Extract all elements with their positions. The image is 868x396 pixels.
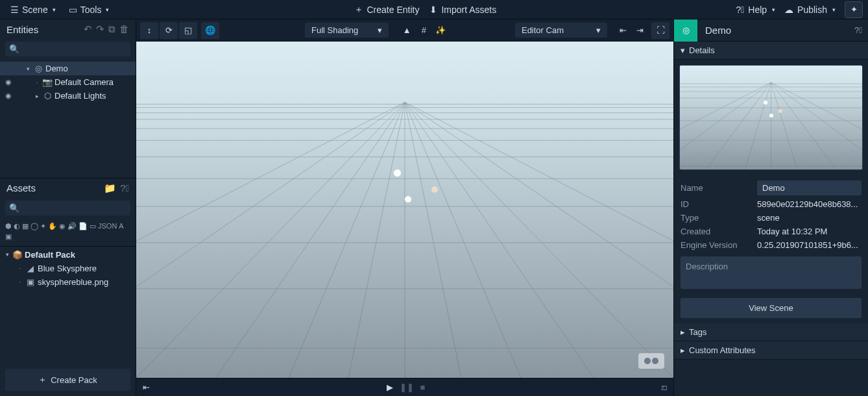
entity-row-demo[interactable]: ▾ ◎ Demo	[0, 62, 136, 75]
entity-row-camera[interactable]: ◉ · 📷 Default Camera	[0, 75, 136, 89]
stop-button[interactable]: ■	[420, 382, 426, 392]
play-button[interactable]: ▶	[387, 382, 393, 392]
publish-menu[interactable]: ☁ Publish	[784, 5, 836, 15]
scale-tool[interactable]: ◱	[179, 22, 197, 39]
inspector-tab-main[interactable]: ◎	[674, 19, 697, 42]
create-entity-button[interactable]: ＋ Create Entity	[354, 4, 420, 16]
asset-row-skysphere[interactable]: · ◢ Blue Skysphere	[0, 262, 136, 275]
inspector-title: Demo	[697, 25, 849, 36]
scene-menu[interactable]: ☰ Scene	[5, 2, 61, 18]
leaf-dot-icon: ·	[17, 278, 23, 285]
filter-json-icon[interactable]: JSON	[98, 222, 117, 230]
entity-row-lights[interactable]: ◉ ▸ ⬡ Default Lights	[0, 89, 136, 103]
chevron-right-icon: ▸	[681, 327, 685, 337]
asset-label: Blue Skysphere	[38, 264, 97, 273]
playback-bar: ⇤ ▶ ❚❚ ■ ⏍	[136, 378, 673, 396]
assets-panel-head: Assets 📁 ?⃝	[0, 178, 136, 198]
filter-animation-icon[interactable]: ✦	[40, 222, 46, 230]
material-icon: ◢	[26, 264, 35, 273]
undo-icon[interactable]: ↶	[84, 23, 92, 35]
filter-font-icon[interactable]: A	[119, 222, 123, 230]
copy-icon[interactable]: ⧉	[108, 23, 115, 35]
pause-button[interactable]: ❚❚	[400, 382, 414, 392]
asset-pack-label: Default Pack	[25, 250, 75, 260]
filter-behavior-icon[interactable]: ▭	[90, 222, 96, 230]
globe-tool[interactable]: 🌐	[201, 22, 219, 39]
section-custom-attrs-head[interactable]: ▸ Custom Attributes	[674, 341, 868, 360]
redo-icon[interactable]: ↷	[96, 23, 104, 35]
filter-material-icon[interactable]: ◐	[14, 222, 20, 230]
vr-icon[interactable]	[638, 353, 664, 369]
trash-icon[interactable]: 🗑	[119, 23, 129, 35]
frame-all-button[interactable]: ⇥	[632, 23, 647, 38]
assets-title: Assets	[6, 182, 36, 193]
prop-id-value: 589e0e02129b40e8b638...	[757, 199, 862, 209]
section-details-head[interactable]: ▾ Details	[674, 42, 868, 60]
description-textarea[interactable]: Description	[681, 256, 862, 289]
import-assets-button[interactable]: ⬇ Import Assets	[429, 4, 496, 16]
step-back-button[interactable]: ⇤	[143, 382, 150, 392]
prop-created: Created Today at 10:32 PM	[681, 227, 862, 236]
section-tags-label: Tags	[689, 327, 706, 337]
wand-tool[interactable]: ✨	[433, 23, 448, 38]
window-icon: ▭	[69, 5, 77, 15]
camera-dropdown[interactable]: Editor Cam ▾	[515, 23, 607, 38]
view-scene-button[interactable]: View Scene	[681, 298, 862, 318]
extra-tool-button[interactable]: ✦	[845, 1, 863, 18]
grid-plane	[136, 42, 673, 378]
filter-skeleton-icon[interactable]: ✋	[48, 222, 57, 230]
folder-icon[interactable]: 📁	[104, 182, 116, 194]
download-icon: ⬇	[429, 5, 437, 15]
filter-sound-icon[interactable]: 🔊	[67, 222, 77, 230]
filter-shape-icon[interactable]: ◯	[30, 222, 38, 230]
prop-type-label: Type	[681, 213, 752, 223]
help-icon[interactable]: ?⃝	[849, 25, 868, 35]
assets-search[interactable]: 🔍	[5, 201, 130, 216]
leaf-dot-icon: ·	[17, 265, 23, 271]
help-label: Help	[748, 5, 767, 15]
entities-search-input[interactable]	[22, 44, 131, 54]
prop-created-label: Created	[681, 227, 752, 236]
expand-icon[interactable]: ▾	[25, 66, 31, 72]
grid-toggle[interactable]: #	[416, 23, 431, 38]
scene-menu-label: Scene	[22, 5, 48, 15]
viewport-canvas[interactable]	[136, 42, 673, 378]
filter-mesh-icon[interactable]: ⬢	[5, 222, 12, 230]
section-tags-head[interactable]: ▸ Tags	[674, 323, 868, 341]
translate-tool[interactable]: ↕	[140, 22, 158, 39]
name-input[interactable]: Demo	[757, 180, 862, 195]
help-icon[interactable]: ?⃝	[120, 182, 129, 194]
fullscreen-button[interactable]: ⛶	[651, 22, 669, 39]
prop-engine-value: 0.25.201907101851+9b6...	[757, 240, 862, 250]
rotate-tool[interactable]: ⟳	[160, 22, 178, 39]
preview-grid	[680, 66, 862, 169]
left-panel: Entities ↶ ↷ ⧉ 🗑 🔍 ▾ ◎ Demo	[0, 19, 136, 396]
expand-icon[interactable]: ▾	[4, 251, 10, 258]
expand-icon[interactable]: ▸	[34, 93, 40, 99]
asset-pack-row[interactable]: ▾ 📦 Default Pack	[0, 248, 136, 262]
shading-dropdown[interactable]: Full Shading ▾	[305, 23, 389, 38]
create-pack-button[interactable]: ＋ Create Pack	[5, 369, 130, 391]
filter-texture-icon[interactable]: ▦	[22, 222, 29, 230]
visibility-toggle[interactable]: ◉	[4, 92, 13, 100]
create-pack-label: Create Pack	[51, 375, 97, 385]
help-menu[interactable]: ?⃝ Help	[736, 5, 775, 15]
prop-type-value: scene	[757, 213, 862, 223]
preview-gizmo	[778, 109, 782, 113]
skybox-toggle[interactable]: ▲	[399, 23, 415, 38]
frame-selected-button[interactable]: ⇤	[615, 23, 631, 38]
assets-search-input[interactable]	[22, 203, 131, 213]
entities-tree: ▾ ◎ Demo ◉ · 📷 Default Camera ◉ ▸ ⬡ Defa…	[0, 60, 136, 178]
leaf-dot-icon: ·	[34, 79, 40, 86]
tools-menu[interactable]: ▭ Tools	[64, 2, 115, 18]
search-icon: 🔍	[9, 44, 19, 54]
top-menu-bar: ☰ Scene ▭ Tools ＋ Create Entity ⬇ Import…	[0, 0, 868, 19]
popout-button[interactable]: ⏍	[662, 382, 667, 392]
filter-script-icon[interactable]: 📄	[78, 222, 88, 230]
filter-html-icon[interactable]: ▣	[5, 232, 12, 241]
asset-row-texture[interactable]: · ▣ skysphereblue.png	[0, 275, 136, 289]
visibility-toggle[interactable]: ◉	[4, 78, 13, 86]
eye-icon: ◎	[682, 25, 690, 35]
entities-search[interactable]: 🔍	[5, 42, 130, 56]
filter-sphere-icon[interactable]: ◉	[59, 222, 66, 230]
